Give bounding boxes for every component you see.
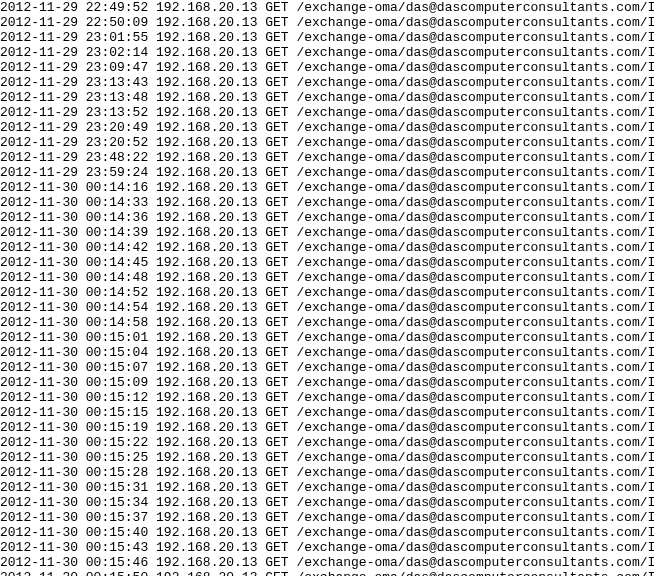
log-line: 2012-11-30 00:14:33 192.168.20.13 GET /e… <box>0 195 668 210</box>
log-line: 2012-11-29 23:02:14 192.168.20.13 GET /e… <box>0 45 668 60</box>
log-line: 2012-11-29 23:20:52 192.168.20.13 GET /e… <box>0 135 668 150</box>
log-line: 2012-11-30 00:15:31 192.168.20.13 GET /e… <box>0 480 668 495</box>
log-line: 2012-11-30 00:15:04 192.168.20.13 GET /e… <box>0 345 668 360</box>
log-line: 2012-11-30 00:15:28 192.168.20.13 GET /e… <box>0 465 668 480</box>
log-line: 2012-11-30 00:15:40 192.168.20.13 GET /e… <box>0 525 668 540</box>
log-line: 2012-11-30 00:15:15 192.168.20.13 GET /e… <box>0 405 668 420</box>
log-line: 2012-11-30 00:14:16 192.168.20.13 GET /e… <box>0 180 668 195</box>
log-line: 2012-11-30 00:14:52 192.168.20.13 GET /e… <box>0 285 668 300</box>
log-line: 2012-11-30 00:15:50 192.168.20.13 GET /e… <box>0 570 668 576</box>
log-line: 2012-11-30 00:14:45 192.168.20.13 GET /e… <box>0 255 668 270</box>
log-line: 2012-11-29 22:49:52 192.168.20.13 GET /e… <box>0 0 668 15</box>
log-line: 2012-11-30 00:15:34 192.168.20.13 GET /e… <box>0 495 668 510</box>
log-line: 2012-11-30 00:15:43 192.168.20.13 GET /e… <box>0 540 668 555</box>
log-line: 2012-11-30 00:15:22 192.168.20.13 GET /e… <box>0 435 668 450</box>
log-line: 2012-11-30 00:14:42 192.168.20.13 GET /e… <box>0 240 668 255</box>
log-line: 2012-11-29 23:13:43 192.168.20.13 GET /e… <box>0 75 668 90</box>
log-line: 2012-11-30 00:15:25 192.168.20.13 GET /e… <box>0 450 668 465</box>
log-line: 2012-11-29 23:20:49 192.168.20.13 GET /e… <box>0 120 668 135</box>
log-line: 2012-11-30 00:15:09 192.168.20.13 GET /e… <box>0 375 668 390</box>
log-line: 2012-11-29 23:13:48 192.168.20.13 GET /e… <box>0 90 668 105</box>
log-line: 2012-11-30 00:15:01 192.168.20.13 GET /e… <box>0 330 668 345</box>
log-line: 2012-11-30 00:14:58 192.168.20.13 GET /e… <box>0 315 668 330</box>
log-line: 2012-11-30 00:14:48 192.168.20.13 GET /e… <box>0 270 668 285</box>
log-line: 2012-11-29 23:13:52 192.168.20.13 GET /e… <box>0 105 668 120</box>
log-line: 2012-11-30 00:15:07 192.168.20.13 GET /e… <box>0 360 668 375</box>
log-line: 2012-11-30 00:15:19 192.168.20.13 GET /e… <box>0 420 668 435</box>
log-line: 2012-11-30 00:14:36 192.168.20.13 GET /e… <box>0 210 668 225</box>
log-line: 2012-11-29 23:59:24 192.168.20.13 GET /e… <box>0 165 668 180</box>
log-line: 2012-11-30 00:15:12 192.168.20.13 GET /e… <box>0 390 668 405</box>
log-line: 2012-11-30 00:15:37 192.168.20.13 GET /e… <box>0 510 668 525</box>
log-line: 2012-11-29 23:09:47 192.168.20.13 GET /e… <box>0 60 668 75</box>
log-view[interactable]: 2012-11-29 22:49:52 192.168.20.13 GET /e… <box>0 0 668 576</box>
log-line: 2012-11-29 23:48:22 192.168.20.13 GET /e… <box>0 150 668 165</box>
log-line: 2012-11-30 00:14:39 192.168.20.13 GET /e… <box>0 225 668 240</box>
log-line: 2012-11-29 22:50:09 192.168.20.13 GET /e… <box>0 15 668 30</box>
log-line: 2012-11-30 00:15:46 192.168.20.13 GET /e… <box>0 555 668 570</box>
log-line: 2012-11-29 23:01:55 192.168.20.13 GET /e… <box>0 30 668 45</box>
log-line: 2012-11-30 00:14:54 192.168.20.13 GET /e… <box>0 300 668 315</box>
